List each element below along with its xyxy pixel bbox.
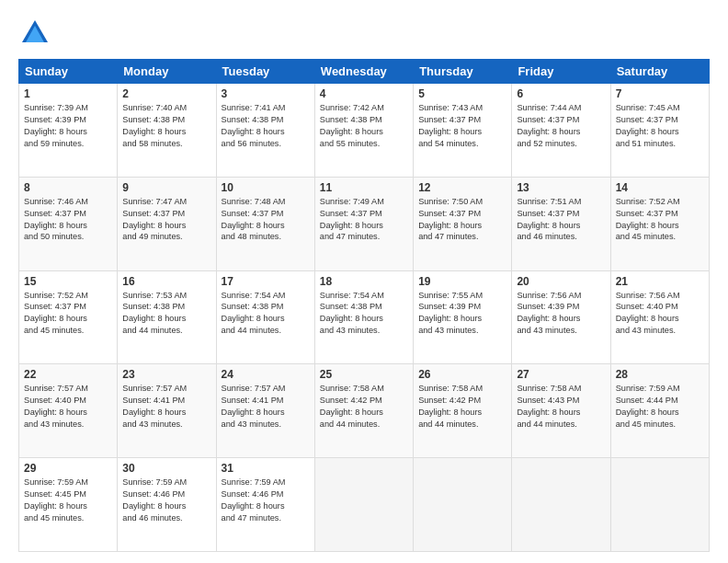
- day-info: Sunrise: 7:39 AM Sunset: 4:39 PM Dayligh…: [24, 102, 112, 150]
- day-number: 21: [616, 275, 704, 288]
- page: SundayMondayTuesdayWednesdayThursdayFrid…: [0, 0, 728, 563]
- day-cell: 4Sunrise: 7:42 AM Sunset: 4:38 PM Daylig…: [314, 84, 413, 178]
- day-info: Sunrise: 7:46 AM Sunset: 4:37 PM Dayligh…: [24, 196, 112, 244]
- day-cell: [414, 458, 512, 552]
- day-info: Sunrise: 7:59 AM Sunset: 4:46 PM Dayligh…: [122, 477, 210, 524]
- day-number: 12: [418, 181, 506, 194]
- weekday-saturday: Saturday: [610, 60, 709, 84]
- day-cell: 5Sunrise: 7:43 AM Sunset: 4:37 PM Daylig…: [414, 84, 512, 178]
- day-cell: 24Sunrise: 7:57 AM Sunset: 4:41 PM Dayli…: [216, 364, 314, 458]
- day-info: Sunrise: 7:57 AM Sunset: 4:41 PM Dayligh…: [122, 383, 210, 431]
- day-info: Sunrise: 7:58 AM Sunset: 4:42 PM Dayligh…: [320, 383, 408, 431]
- day-cell: 18Sunrise: 7:54 AM Sunset: 4:38 PM Dayli…: [314, 270, 413, 364]
- logo-icon: [18, 17, 51, 50]
- day-info: Sunrise: 7:57 AM Sunset: 4:41 PM Dayligh…: [222, 383, 310, 431]
- day-info: Sunrise: 7:44 AM Sunset: 4:37 PM Dayligh…: [517, 102, 605, 150]
- day-info: Sunrise: 7:57 AM Sunset: 4:40 PM Dayligh…: [24, 383, 112, 431]
- day-number: 26: [418, 368, 506, 381]
- day-cell: 11Sunrise: 7:49 AM Sunset: 4:37 PM Dayli…: [314, 177, 413, 270]
- day-cell: [512, 458, 610, 552]
- week-row-2: 8Sunrise: 7:46 AM Sunset: 4:37 PM Daylig…: [19, 177, 710, 270]
- day-number: 3: [222, 87, 310, 100]
- day-cell: 26Sunrise: 7:58 AM Sunset: 4:42 PM Dayli…: [414, 364, 512, 458]
- day-number: 6: [517, 87, 605, 100]
- day-number: 10: [222, 181, 310, 194]
- day-cell: 3Sunrise: 7:41 AM Sunset: 4:38 PM Daylig…: [216, 84, 314, 178]
- day-info: Sunrise: 7:56 AM Sunset: 4:39 PM Dayligh…: [517, 290, 605, 338]
- day-info: Sunrise: 7:56 AM Sunset: 4:40 PM Dayligh…: [616, 290, 704, 338]
- day-number: 13: [517, 181, 605, 194]
- day-number: 4: [320, 87, 408, 100]
- day-number: 24: [222, 368, 310, 381]
- day-cell: [314, 458, 413, 552]
- day-info: Sunrise: 7:40 AM Sunset: 4:38 PM Dayligh…: [122, 102, 210, 150]
- day-info: Sunrise: 7:55 AM Sunset: 4:39 PM Dayligh…: [418, 290, 506, 338]
- weekday-sunday: Sunday: [19, 60, 118, 84]
- day-cell: 9Sunrise: 7:47 AM Sunset: 4:37 PM Daylig…: [118, 177, 216, 270]
- day-number: 5: [418, 87, 506, 100]
- day-cell: 25Sunrise: 7:58 AM Sunset: 4:42 PM Dayli…: [314, 364, 413, 458]
- day-cell: 27Sunrise: 7:58 AM Sunset: 4:43 PM Dayli…: [512, 364, 610, 458]
- calendar-header: SundayMondayTuesdayWednesdayThursdayFrid…: [19, 60, 710, 84]
- day-cell: 7Sunrise: 7:45 AM Sunset: 4:37 PM Daylig…: [610, 84, 709, 178]
- day-cell: 2Sunrise: 7:40 AM Sunset: 4:38 PM Daylig…: [118, 84, 216, 178]
- day-info: Sunrise: 7:50 AM Sunset: 4:37 PM Dayligh…: [418, 196, 506, 244]
- day-cell: 10Sunrise: 7:48 AM Sunset: 4:37 PM Dayli…: [216, 177, 314, 270]
- week-row-1: 1Sunrise: 7:39 AM Sunset: 4:39 PM Daylig…: [19, 84, 710, 178]
- day-number: 20: [517, 275, 605, 288]
- day-info: Sunrise: 7:52 AM Sunset: 4:37 PM Dayligh…: [24, 290, 112, 338]
- day-number: 1: [24, 87, 112, 100]
- day-cell: 29Sunrise: 7:59 AM Sunset: 4:45 PM Dayli…: [19, 458, 118, 552]
- day-info: Sunrise: 7:41 AM Sunset: 4:38 PM Dayligh…: [222, 102, 310, 150]
- day-cell: 21Sunrise: 7:56 AM Sunset: 4:40 PM Dayli…: [610, 270, 709, 364]
- day-cell: 20Sunrise: 7:56 AM Sunset: 4:39 PM Dayli…: [512, 270, 610, 364]
- day-cell: 19Sunrise: 7:55 AM Sunset: 4:39 PM Dayli…: [414, 270, 512, 364]
- day-info: Sunrise: 7:58 AM Sunset: 4:42 PM Dayligh…: [418, 383, 506, 431]
- calendar-body: 1Sunrise: 7:39 AM Sunset: 4:39 PM Daylig…: [19, 84, 710, 552]
- day-number: 9: [122, 181, 210, 194]
- week-row-5: 29Sunrise: 7:59 AM Sunset: 4:45 PM Dayli…: [19, 458, 710, 552]
- day-number: 17: [222, 275, 310, 288]
- weekday-thursday: Thursday: [414, 60, 512, 84]
- day-cell: 22Sunrise: 7:57 AM Sunset: 4:40 PM Dayli…: [19, 364, 118, 458]
- day-number: 19: [418, 275, 506, 288]
- weekday-friday: Friday: [512, 60, 610, 84]
- calendar-table: SundayMondayTuesdayWednesdayThursdayFrid…: [18, 59, 710, 552]
- day-number: 16: [122, 275, 210, 288]
- day-cell: 8Sunrise: 7:46 AM Sunset: 4:37 PM Daylig…: [19, 177, 118, 270]
- day-info: Sunrise: 7:51 AM Sunset: 4:37 PM Dayligh…: [517, 196, 605, 244]
- day-cell: [610, 458, 709, 552]
- day-cell: 31Sunrise: 7:59 AM Sunset: 4:46 PM Dayli…: [216, 458, 314, 552]
- day-info: Sunrise: 7:43 AM Sunset: 4:37 PM Dayligh…: [418, 102, 506, 150]
- day-info: Sunrise: 7:59 AM Sunset: 4:46 PM Dayligh…: [222, 477, 310, 524]
- day-cell: 30Sunrise: 7:59 AM Sunset: 4:46 PM Dayli…: [118, 458, 216, 552]
- weekday-header-row: SundayMondayTuesdayWednesdayThursdayFrid…: [19, 60, 710, 84]
- weekday-tuesday: Tuesday: [216, 60, 314, 84]
- day-number: 27: [517, 368, 605, 381]
- day-cell: 12Sunrise: 7:50 AM Sunset: 4:37 PM Dayli…: [414, 177, 512, 270]
- day-info: Sunrise: 7:53 AM Sunset: 4:38 PM Dayligh…: [122, 290, 210, 338]
- logo: [18, 17, 55, 50]
- day-number: 22: [24, 368, 112, 381]
- week-row-4: 22Sunrise: 7:57 AM Sunset: 4:40 PM Dayli…: [19, 364, 710, 458]
- day-number: 30: [122, 462, 210, 475]
- day-number: 25: [320, 368, 408, 381]
- week-row-3: 15Sunrise: 7:52 AM Sunset: 4:37 PM Dayli…: [19, 270, 710, 364]
- weekday-wednesday: Wednesday: [314, 60, 413, 84]
- header: [18, 17, 710, 50]
- day-info: Sunrise: 7:52 AM Sunset: 4:37 PM Dayligh…: [616, 196, 704, 244]
- day-info: Sunrise: 7:48 AM Sunset: 4:37 PM Dayligh…: [222, 196, 310, 244]
- day-number: 31: [222, 462, 310, 475]
- day-number: 7: [616, 87, 704, 100]
- day-number: 29: [24, 462, 112, 475]
- day-cell: 17Sunrise: 7:54 AM Sunset: 4:38 PM Dayli…: [216, 270, 314, 364]
- day-info: Sunrise: 7:59 AM Sunset: 4:44 PM Dayligh…: [616, 383, 704, 431]
- day-number: 14: [616, 181, 704, 194]
- day-cell: 6Sunrise: 7:44 AM Sunset: 4:37 PM Daylig…: [512, 84, 610, 178]
- day-cell: 13Sunrise: 7:51 AM Sunset: 4:37 PM Dayli…: [512, 177, 610, 270]
- day-info: Sunrise: 7:49 AM Sunset: 4:37 PM Dayligh…: [320, 196, 408, 244]
- day-info: Sunrise: 7:58 AM Sunset: 4:43 PM Dayligh…: [517, 383, 605, 431]
- day-info: Sunrise: 7:47 AM Sunset: 4:37 PM Dayligh…: [122, 196, 210, 244]
- day-number: 8: [24, 181, 112, 194]
- day-number: 2: [122, 87, 210, 100]
